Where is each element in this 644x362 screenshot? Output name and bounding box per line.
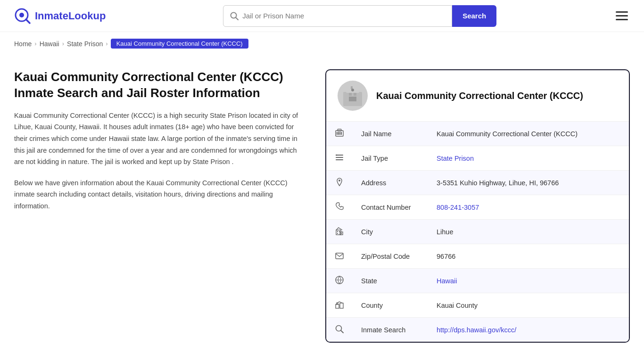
row-label: Jail Name: [353, 122, 428, 146]
row-value: 96766: [428, 244, 629, 269]
svg-rect-29: [341, 233, 342, 234]
row-icon-city: [326, 220, 353, 244]
row-label: Address: [353, 171, 428, 195]
svg-rect-26: [337, 231, 338, 232]
card-title: Kauai Community Correctional Center (KCC…: [376, 90, 583, 101]
svg-rect-7: [349, 97, 353, 101]
svg-rect-14: [337, 132, 338, 135]
row-label: Contact Number: [353, 195, 428, 220]
table-row: StateHawaii: [326, 269, 629, 293]
svg-point-23: [339, 180, 340, 181]
main-content: Kauai Community Correctional Center (KCC…: [0, 55, 644, 362]
svg-rect-22: [336, 155, 337, 156]
info-table: Jail NameKauai Community Correctional Ce…: [326, 122, 629, 342]
page-title: Kauai Community Correctional Center (KCC…: [14, 69, 306, 101]
row-value[interactable]: http://dps.hawaii.gov/kccc/: [428, 318, 629, 342]
row-icon-mail: [326, 244, 353, 269]
breadcrumb-sep-2: ›: [62, 40, 64, 47]
menu-line-1: [616, 11, 628, 13]
svg-line-2: [26, 19, 30, 23]
table-row: Address3-5351 Kuhio Highway, Lihue, HI, …: [326, 171, 629, 195]
search-container: Search: [223, 5, 496, 27]
row-icon-pin: [326, 171, 353, 195]
menu-line-3: [616, 19, 628, 20]
row-icon-jail: [326, 122, 353, 146]
svg-line-4: [236, 17, 238, 20]
svg-rect-18: [338, 129, 341, 131]
row-value[interactable]: State Prison: [428, 146, 629, 171]
row-value: Kauai Community Correctional Center (KCC…: [428, 122, 629, 146]
table-row: CountyKauai County: [326, 293, 629, 318]
logo-icon: [14, 8, 31, 25]
page-description-1: Kauai Community Correctional Center (KCC…: [14, 110, 306, 168]
row-link[interactable]: 808-241-3057: [437, 204, 479, 211]
svg-rect-30: [336, 253, 343, 259]
svg-rect-8: [353, 97, 356, 101]
table-row: CityLihue: [326, 220, 629, 244]
table-row: Contact Number808-241-3057: [326, 195, 629, 220]
search-button[interactable]: Search: [452, 5, 496, 27]
row-icon-phone: [326, 195, 353, 220]
row-label: Inmate Search: [353, 318, 428, 342]
svg-line-36: [341, 330, 343, 333]
svg-rect-28: [337, 233, 338, 234]
left-column: Kauai Community Correctional Center (KCC…: [14, 69, 325, 343]
breadcrumb-sep-1: ›: [34, 40, 36, 47]
row-label: Zip/Postal Code: [353, 244, 428, 269]
svg-rect-16: [339, 132, 340, 135]
row-label: City: [353, 220, 428, 244]
facility-image: [338, 81, 368, 111]
breadcrumb-state-prison[interactable]: State Prison: [67, 40, 103, 48]
svg-rect-10: [354, 93, 356, 96]
info-card: Kauai Community Correctional Center (KCC…: [325, 69, 630, 343]
row-link[interactable]: Hawaii: [437, 277, 457, 285]
table-row: Jail NameKauai Community Correctional Ce…: [326, 122, 629, 146]
svg-point-1: [19, 13, 24, 17]
hamburger-menu[interactable]: [614, 9, 630, 22]
row-icon-county: [326, 293, 353, 318]
search-input[interactable]: [242, 12, 445, 20]
row-link[interactable]: http://dps.hawaii.gov/kccc/: [437, 326, 516, 334]
search-icon: [230, 12, 239, 20]
breadcrumb: Home › Hawaii › State Prison › Kauai Com…: [0, 32, 644, 55]
card-header: Kauai Community Correctional Center (KCC…: [326, 70, 629, 122]
row-value[interactable]: 808-241-3057: [428, 195, 629, 220]
svg-rect-17: [341, 132, 342, 135]
row-value[interactable]: Hawaii: [428, 269, 629, 293]
svg-point-12: [351, 89, 354, 91]
svg-rect-15: [338, 132, 339, 135]
page-description-2: Below we have given information about th…: [14, 177, 306, 212]
row-label: Jail Type: [353, 146, 428, 171]
svg-rect-27: [339, 231, 340, 232]
row-icon-globe: [326, 269, 353, 293]
table-row: Inmate Searchhttp://dps.hawaii.gov/kccc/: [326, 318, 629, 342]
row-value: Lihue: [428, 220, 629, 244]
search-box: [223, 5, 452, 27]
svg-rect-20: [336, 157, 343, 158]
logo-text: InmateLookup: [35, 10, 106, 22]
table-row: Jail TypeState Prison: [326, 146, 629, 171]
svg-rect-33: [340, 303, 343, 308]
row-value: 3-5351 Kuhio Highway, Lihue, HI, 96766: [428, 171, 629, 195]
svg-rect-9: [349, 93, 352, 96]
svg-rect-21: [336, 159, 343, 160]
breadcrumb-home[interactable]: Home: [14, 40, 32, 48]
svg-rect-32: [336, 304, 339, 308]
row-label: State: [353, 269, 428, 293]
row-icon-search: [326, 318, 353, 342]
breadcrumb-hawaii[interactable]: Hawaii: [40, 40, 59, 48]
row-link[interactable]: State Prison: [437, 155, 474, 162]
row-label: County: [353, 293, 428, 318]
menu-line-2: [616, 15, 628, 16]
breadcrumb-sep-3: ›: [106, 40, 107, 47]
breadcrumb-current: Kauai Community Correctional Center (KCC…: [111, 39, 248, 49]
table-row: Zip/Postal Code96766: [326, 244, 629, 269]
building-icon: [339, 82, 366, 109]
row-icon-list: [326, 146, 353, 171]
row-value: Kauai County: [428, 293, 629, 318]
site-logo[interactable]: InmateLookup: [14, 8, 106, 25]
